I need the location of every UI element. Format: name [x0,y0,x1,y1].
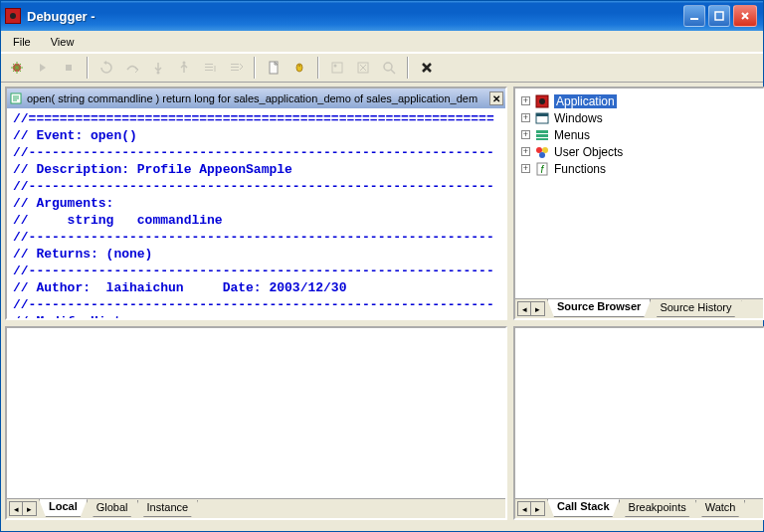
debugger-window: Debugger - File View [0,0,764,532]
source-pane-header[interactable]: open( string commandline ) return long f… [7,89,505,108]
set-next-button[interactable] [224,56,248,80]
menu-view[interactable]: View [43,34,83,50]
workspace: open( string commandline ) return long f… [1,83,763,531]
svg-rect-22 [536,113,548,116]
tab-instance[interactable]: Instance [137,500,199,517]
expand-icon[interactable]: + [521,96,530,105]
svg-rect-10 [231,67,239,68]
svg-point-4 [157,72,160,75]
title-bar[interactable]: Debugger - [1,1,763,31]
source-pane: open( string commandline ) return long f… [5,87,507,320]
tree-item-menus[interactable]: +Menus [519,126,759,143]
svg-point-5 [183,62,186,65]
tree-item-label: Application [554,94,617,108]
callstack-tabs: ◂ ▸ Call Stack Breakpoints Watch [515,498,763,518]
tree-item-application[interactable]: +Application [519,92,759,109]
source-browser-tabs: ◂ ▸ Source Browser Source History [515,298,763,318]
code-text: //======================================… [7,108,505,318]
app-icon [5,8,21,24]
tab-global[interactable]: Global [87,500,138,517]
edit-breakpoints-button[interactable] [325,56,349,80]
svg-rect-1 [715,12,723,20]
uobj-icon [534,144,550,160]
toolbar-sep [87,57,89,79]
continue-button[interactable] [31,56,55,80]
tab-call-stack[interactable]: Call Stack [547,499,620,517]
svg-rect-23 [536,130,548,133]
svg-rect-9 [231,64,239,65]
close-button[interactable] [733,5,757,27]
toolbar [1,53,763,83]
tab-breakpoints[interactable]: Breakpoints [619,500,696,517]
menu-file[interactable]: File [5,34,39,50]
maximize-button[interactable] [708,5,730,27]
step-out-button[interactable] [172,56,196,80]
minimize-button[interactable] [683,5,705,27]
svg-point-17 [384,63,392,71]
step-over-button[interactable] [120,56,144,80]
svg-point-20 [539,98,545,104]
svg-point-13 [298,65,300,67]
svg-rect-24 [536,134,548,137]
toolbar-sep [407,57,409,79]
expand-icon[interactable]: + [521,164,530,173]
svg-point-28 [539,152,545,158]
variables-pane: ◂ ▸ Local Global Instance [5,326,507,520]
tab-nav-right[interactable]: ▸ [23,501,37,516]
func-icon: f [534,161,550,177]
run-to-cursor-button[interactable] [198,56,222,80]
toolbar-sep [254,57,256,79]
stop-debug-button[interactable] [57,56,81,80]
tab-nav-left[interactable]: ◂ [9,501,23,516]
tab-nav-right[interactable]: ▸ [531,301,545,316]
tab-watch[interactable]: Watch [695,500,746,517]
close-debugger-button[interactable] [415,56,439,80]
callstack-pane: ◂ ▸ Call Stack Breakpoints Watch [513,326,764,520]
code-editor[interactable]: //======================================… [7,108,505,318]
tree-item-windows[interactable]: +Windows [519,109,759,126]
restart-button[interactable] [95,56,118,80]
window-buttons [683,5,757,27]
object-tree[interactable]: +Application+Windows+Menus+User Objects+… [515,89,763,298]
svg-rect-14 [332,63,342,73]
svg-rect-6 [205,64,213,65]
step-into-button[interactable] [146,56,170,80]
tree-item-label: Menus [554,128,590,142]
toggle-breakpoint-button[interactable] [287,56,311,80]
tab-local[interactable]: Local [39,499,88,517]
tab-nav-left[interactable]: ◂ [517,501,531,516]
expand-icon[interactable]: + [521,113,530,122]
menu-icon [534,127,550,143]
svg-point-27 [542,147,548,153]
svg-point-26 [536,147,542,153]
svg-rect-7 [205,67,213,68]
clear-breakpoints-button[interactable] [351,56,375,80]
svg-rect-0 [690,18,698,20]
new-script-button[interactable] [262,56,286,80]
win-icon [534,110,550,126]
svg-rect-11 [231,70,239,71]
tree-item-label: Functions [554,162,606,176]
expand-icon[interactable]: + [521,147,530,156]
tab-source-history[interactable]: Source History [650,300,741,317]
callstack-content[interactable] [515,328,763,498]
svg-rect-25 [536,138,548,140]
toolbar-sep [317,57,319,79]
tree-item-label: User Objects [554,145,623,159]
tree-item-user-objects[interactable]: +User Objects [519,143,759,160]
expand-icon[interactable]: + [521,130,530,139]
close-tab-button[interactable]: ✕ [489,91,503,105]
quickwatch-button[interactable] [377,56,401,80]
tab-nav-right[interactable]: ▸ [531,501,545,516]
tree-item-label: Windows [554,111,603,125]
menu-bar: File View [1,31,763,53]
svg-point-15 [334,65,337,68]
start-debug-button[interactable] [5,56,29,80]
svg-rect-3 [66,65,72,71]
tab-source-browser[interactable]: Source Browser [547,299,651,317]
variables-content[interactable] [7,328,505,498]
tab-nav-left[interactable]: ◂ [517,301,531,316]
window-title: Debugger - [27,9,683,24]
script-icon [9,91,23,105]
tree-item-functions[interactable]: +fFunctions [519,160,759,177]
